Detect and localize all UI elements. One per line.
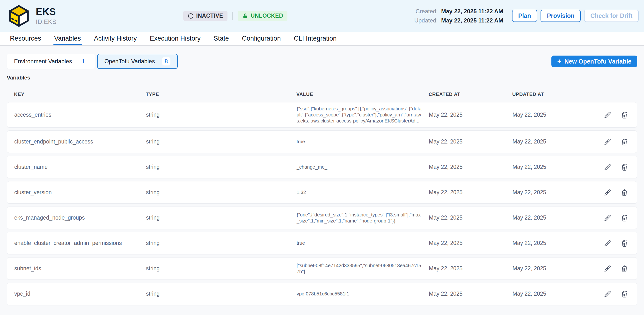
delete-variable-button[interactable] xyxy=(619,263,630,274)
row-actions xyxy=(588,213,630,223)
edit-variable-button[interactable] xyxy=(602,238,613,249)
tab-label: State xyxy=(214,35,229,42)
variable-value: {"one":{"desired_size":1,"instance_types… xyxy=(296,212,422,224)
edit-variable-button[interactable] xyxy=(602,162,613,172)
timestamps: Created: May 22, 2025 11:22 AM Updated: … xyxy=(414,8,503,24)
cube-logo-icon xyxy=(7,4,30,27)
tab-item[interactable]: Variables xyxy=(48,32,88,45)
variable-created-at: May 22, 2025 xyxy=(429,265,512,272)
variable-type: string xyxy=(146,291,296,297)
tab-item[interactable]: Activity History xyxy=(88,32,143,45)
subtab-count-badge: 1 xyxy=(79,58,88,65)
variable-key: enable_cluster_creator_admin_permissions xyxy=(14,240,146,246)
delete-variable-button[interactable] xyxy=(619,136,630,147)
variable-value: vpc-078b51c6cbc5581f1 xyxy=(296,291,422,297)
unlocked-label: UNLOCKED xyxy=(251,12,283,19)
tab-label: Resources xyxy=(10,35,41,42)
workspace-title-block: EKS ID:EKS xyxy=(36,6,56,26)
delete-variable-button[interactable] xyxy=(619,162,630,172)
workspace-id: ID:EKS xyxy=(36,18,56,26)
plus-icon: + xyxy=(557,58,562,65)
subtab-label: Environment Variables xyxy=(14,58,72,65)
tab-item[interactable]: CLI Integration xyxy=(287,32,343,45)
created-label: Created: xyxy=(414,8,438,15)
new-variable-button-label: New OpenTofu Variable xyxy=(564,58,632,65)
edit-variable-button[interactable] xyxy=(602,136,613,147)
section-title: Variables xyxy=(7,75,637,81)
inactive-label: INACTIVE xyxy=(196,12,223,19)
pencil-icon xyxy=(603,163,612,172)
variable-value: _change_me_ xyxy=(296,164,422,170)
tab-label: Activity History xyxy=(94,35,137,42)
trash-icon xyxy=(620,264,629,273)
row-actions xyxy=(588,110,630,120)
variable-created-at: May 22, 2025 xyxy=(429,240,512,246)
variable-type: string xyxy=(146,112,296,118)
variable-created-at: May 22, 2025 xyxy=(429,189,512,196)
tab-item[interactable]: Resources xyxy=(4,32,48,45)
workspace-header: EKS ID:EKS INACTIVE UNLOCKED Created: Ma… xyxy=(0,0,644,32)
trash-icon xyxy=(620,290,629,298)
variable-type: string xyxy=(146,189,296,196)
variables-page: Environment Variables 1 OpenTofu Variabl… xyxy=(0,46,644,305)
tab-label: Variables xyxy=(54,35,81,42)
variable-key: eks_managed_node_groups xyxy=(14,215,146,221)
pencil-icon xyxy=(603,239,612,248)
variable-value: true xyxy=(296,240,422,246)
variable-kind-subtabs: Environment Variables 1 OpenTofu Variabl… xyxy=(7,54,178,69)
table-row: cluster_version string 1.32 May 22, 2025… xyxy=(7,181,637,204)
header-action-button[interactable]: Plan xyxy=(512,10,538,22)
variable-key: cluster_endpoint_public_access xyxy=(14,138,146,145)
column-header-key: KEY xyxy=(14,92,146,97)
badge-divider xyxy=(232,12,233,20)
variable-type: string xyxy=(146,240,296,246)
table-row: subnet_ids string ["subnet-08f14e7142d33… xyxy=(7,257,637,280)
column-header-created-at: CREATED AT xyxy=(428,92,512,97)
variable-created-at: May 22, 2025 xyxy=(429,138,512,145)
pencil-icon xyxy=(603,290,612,298)
subtab-row: Environment Variables 1 OpenTofu Variabl… xyxy=(7,54,637,69)
table-row: cluster_name string _change_me_ May 22, … xyxy=(7,156,637,178)
tab-item[interactable]: Configuration xyxy=(236,32,288,45)
row-actions xyxy=(588,263,630,274)
variable-value: {"sso":{"kubernetes_groups":[],"policy_a… xyxy=(296,106,422,124)
updated-label: Updated: xyxy=(414,17,438,24)
edit-variable-button[interactable] xyxy=(602,110,613,120)
variable-key: cluster_name xyxy=(14,164,146,170)
tab-label: CLI Integration xyxy=(294,35,336,42)
variable-updated-at: May 22, 2025 xyxy=(512,215,588,221)
row-actions xyxy=(588,136,630,147)
variable-updated-at: May 22, 2025 xyxy=(512,138,588,145)
tab-item[interactable]: State xyxy=(207,32,236,45)
table-row: cluster_endpoint_public_access string tr… xyxy=(7,130,637,153)
delete-variable-button[interactable] xyxy=(619,213,630,223)
trash-icon xyxy=(620,188,629,197)
subtab-item[interactable]: OpenTofu Variables 8 xyxy=(97,54,178,69)
subtab-item[interactable]: Environment Variables 1 xyxy=(7,54,95,69)
edit-variable-button[interactable] xyxy=(602,263,613,274)
variable-updated-at: May 22, 2025 xyxy=(512,112,588,118)
delete-variable-button[interactable] xyxy=(619,238,630,249)
table-row: enable_cluster_creator_admin_permissions… xyxy=(7,232,637,254)
delete-variable-button[interactable] xyxy=(619,110,630,120)
delete-variable-button[interactable] xyxy=(619,187,630,198)
updated-value: May 22, 2025 11:22 AM xyxy=(441,17,503,24)
edit-variable-button[interactable] xyxy=(602,187,613,198)
table-row: access_entries string {"sso":{"kubernete… xyxy=(7,102,637,128)
variables-table-body: access_entries string {"sso":{"kubernete… xyxy=(7,102,637,305)
column-header-value: VALUE xyxy=(296,92,428,97)
tab-item[interactable]: Execution History xyxy=(143,32,207,45)
new-opentofu-variable-button[interactable]: + New OpenTofu Variable xyxy=(552,55,637,67)
header-action-button[interactable]: Provision xyxy=(540,10,581,22)
pencil-icon xyxy=(603,137,612,146)
variable-updated-at: May 22, 2025 xyxy=(512,189,588,196)
edit-variable-button[interactable] xyxy=(602,289,613,299)
edit-variable-button[interactable] xyxy=(602,213,613,223)
delete-variable-button[interactable] xyxy=(619,289,630,299)
header-action-button[interactable]: Check for Drift xyxy=(584,10,639,22)
variable-value: 1.32 xyxy=(296,189,422,195)
unlock-icon xyxy=(242,13,248,19)
trash-icon xyxy=(620,111,629,119)
main-tabbar: Resources Variables Activity History Exe… xyxy=(0,32,644,46)
variable-key: access_entries xyxy=(14,112,146,118)
